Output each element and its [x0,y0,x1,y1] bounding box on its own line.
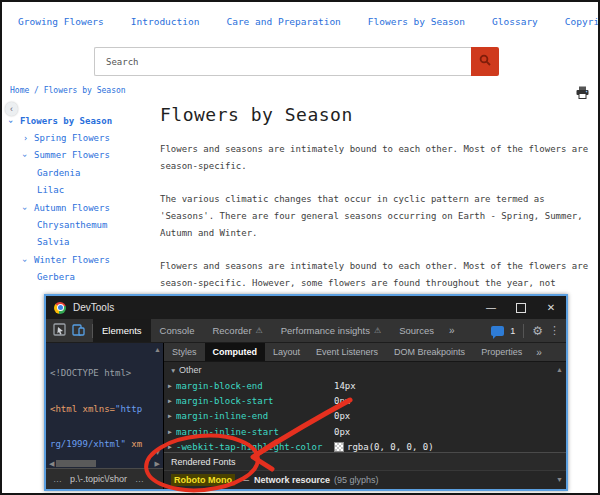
gear-icon[interactable]: ⚙ [532,324,543,338]
tab-dom-breakpoints[interactable]: DOM Breakpoints [386,343,473,361]
tab-console[interactable]: Console [151,319,204,342]
nav-brand[interactable]: Growing Flowers [18,16,104,27]
styles-sidebar-panel: Styles Computed Layout Event Listeners D… [164,343,566,489]
toolbar-icons [46,322,92,340]
rendered-font-name: Roboto Mono [171,474,235,486]
devtools-window-title: DevTools [73,302,114,313]
sidebar-item-summer-flowers[interactable]: › Summer Flowers [2,147,156,164]
computed-property-row: ▶ margin-block-end 14px [164,378,566,393]
tab-layout[interactable]: Layout [265,343,308,361]
search-button[interactable] [471,47,499,76]
issues-icon[interactable] [491,326,504,336]
sidebar-item-salvia[interactable]: Salvia [2,234,156,251]
breadcrumb[interactable]: Home / Flowers by Season [10,86,126,95]
chevron-down-icon[interactable]: › [23,150,34,160]
chevron-down-icon[interactable]: › [23,255,34,265]
print-icon[interactable] [576,84,589,103]
search-bar [94,47,499,76]
scroll-left-icon[interactable]: ◀ [49,460,54,468]
color-swatch[interactable] [334,442,344,452]
devtools-window: DevTools — ✕ [44,294,568,491]
horizontal-scrollbar[interactable]: ◀ ▶ [46,459,163,468]
main-content: Flowers by Season Flowers and seasons ar… [160,104,596,325]
breadcrumb-overflow-left[interactable]: … [53,474,62,484]
scroll-up-icon[interactable]: ▲ [154,346,161,353]
issues-count: 1 [510,326,515,336]
more-tabs-icon[interactable]: » [530,347,548,358]
maximize-icon [516,303,526,313]
chrome-icon [54,302,66,314]
doctype-line: <!DOCTYPE html> [50,368,131,378]
paragraph: Flowers and seasons are intimately bound… [160,141,596,175]
top-nav: Growing Flowers Introduction Care and Pr… [18,10,586,32]
page-title: Flowers by Season [160,104,596,125]
computed-property-row: ▶ margin-inline-end 0px [164,409,566,424]
expand-property-icon[interactable]: ▶ [164,382,176,390]
close-button[interactable]: ✕ [536,296,566,319]
sidebar-item-spring-flowers[interactable]: › Spring Flowers [2,129,156,146]
sidebar-item-flowers-by-season[interactable]: › Flowers by Season [2,112,156,129]
tab-sources[interactable]: Sources [390,319,443,342]
sidebar-tabs: Styles Computed Layout Event Listeners D… [164,343,566,362]
sidebar-item-winter-flowers[interactable]: › Winter Flowers [2,251,156,268]
scroll-up-icon[interactable]: ▲ [556,366,563,373]
kebab-menu-icon[interactable]: ⋮ [549,324,560,337]
font-glyph-count: (95 glyphs) [334,475,379,485]
tab-event-listeners[interactable]: Event Listeners [308,343,386,361]
tab-properties[interactable]: Properties [473,343,530,361]
font-source: Network resource [254,475,330,485]
sidebar-item-chrysanthemum[interactable]: Chrysanthemum [2,216,156,233]
nav-item-care-and-preparation[interactable]: Care and Preparation [226,16,340,27]
elements-breadcrumb-bar: … p.\-.topic\/shor … [46,468,163,489]
search-icon [479,54,491,69]
sidebar-item-gerbera[interactable]: Gerbera [2,269,156,286]
scroll-down-icon[interactable]: ▼ [154,449,161,456]
nav-item-glossary[interactable]: Glossary [492,16,538,27]
expand-property-icon[interactable]: ▶ [164,443,176,451]
sidebar-item-gardenia[interactable]: Gardenia [2,164,156,181]
tab-styles[interactable]: Styles [164,343,205,361]
toolbar-separator [523,324,524,338]
tab-computed[interactable]: Computed [205,343,266,361]
minimize-button[interactable]: — [476,296,506,319]
sidebar-item-lilac[interactable]: Lilac [2,182,156,199]
devtools-titlebar: DevTools — ✕ [46,296,566,319]
more-tabs-icon[interactable]: » [443,325,461,336]
tab-performance-insights[interactable]: Performance insights⚠ [272,319,390,342]
tab-elements[interactable]: Elements [93,319,151,342]
breadcrumb-overflow-right[interactable]: … [135,474,144,484]
inspect-element-icon[interactable] [53,322,66,340]
nav-item-flowers-by-season[interactable]: Flowers by Season [368,16,465,27]
scrollbar-thumb[interactable] [56,460,96,467]
nav-item-copyright[interactable]: Copyright [565,16,600,27]
tab-recorder[interactable]: Recorder⚠ [203,319,271,342]
toolbar-right: 1 ⚙ ⋮ [491,324,566,338]
devtools-toolbar: Elements Console Recorder⚠ Performance i… [46,319,566,343]
computed-property-row: ▶ -webkit-tap-highlight-color rgba(0, 0,… [164,440,566,452]
rendered-fonts-row: Roboto Mono — Network resource (95 glyph… [164,470,566,489]
paragraph: The various climatic changes that occur … [160,191,596,242]
section-header[interactable]: ▼ Other [164,363,566,378]
chevron-down-icon[interactable]: › [23,203,34,213]
breadcrumb-node[interactable]: p.\-.topic\/shor [70,474,127,484]
expand-property-icon[interactable]: ▶ [164,428,176,436]
chevron-down-icon[interactable]: › [9,116,20,126]
device-toolbar-icon[interactable] [72,322,85,340]
warning-icon: ⚠ [256,326,263,335]
scroll-down-icon[interactable]: ▼ [556,476,563,483]
expand-property-icon[interactable]: ▶ [164,397,176,405]
elements-panel: <!DOCTYPE html> <html xmlns="http rg/199… [46,343,164,489]
nav-item-introduction[interactable]: Introduction [131,16,200,27]
scroll-right-icon[interactable]: ▶ [155,460,160,468]
computed-properties: ▼ Other ▶ margin-block-end 14px ▶ margin… [164,362,566,452]
sidebar-tree: › Flowers by Season › Spring Flowers › S… [2,112,156,286]
search-input[interactable] [94,47,471,76]
warning-icon: ⚠ [374,326,381,335]
chevron-right-icon[interactable]: › [23,133,34,143]
maximize-button[interactable] [506,296,536,319]
dash-separator: — [240,475,249,485]
expand-property-icon[interactable]: ▶ [164,412,176,420]
computed-property-row: ▶ margin-inline-start 0px [164,424,566,439]
devtools-body: <!DOCTYPE html> <html xmlns="http rg/199… [46,343,566,489]
sidebar-item-autumn-flowers[interactable]: › Autumn Flowers [2,199,156,216]
